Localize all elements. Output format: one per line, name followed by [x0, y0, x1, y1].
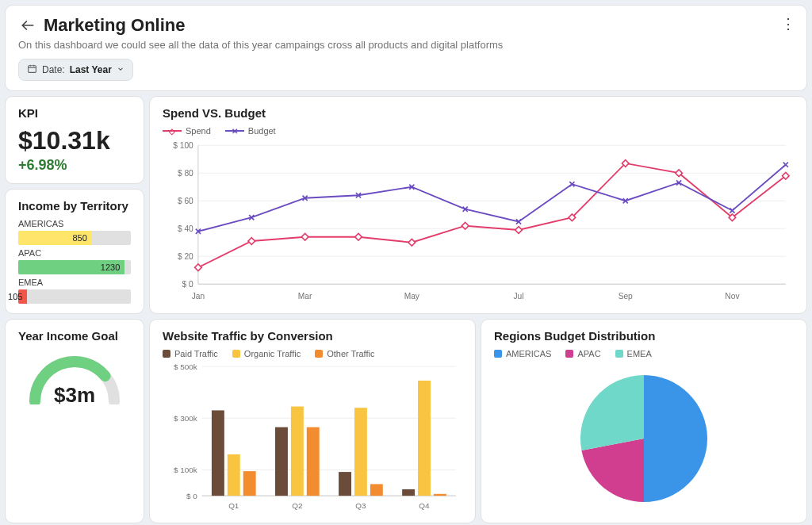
- svg-text:$ 20: $ 20: [178, 252, 193, 261]
- legend-label: Other Traffic: [327, 349, 374, 358]
- svg-rect-76: [291, 407, 304, 496]
- territory-row: APAC1230: [18, 248, 131, 274]
- pie-title: Regions Budget Distribution: [494, 329, 794, 343]
- date-filter-label: Date:: [42, 64, 65, 75]
- territory-value: 850: [72, 233, 86, 243]
- traffic-title: Website Traffic by Conversion: [163, 329, 462, 343]
- territory-bar: 1230: [18, 260, 131, 274]
- traffic-card: Website Traffic by Conversion Paid Traff…: [149, 319, 476, 523]
- svg-text:$ 80: $ 80: [178, 169, 193, 178]
- territory-value: 105: [8, 292, 22, 301]
- legend-label: Paid Traffic: [174, 349, 218, 358]
- svg-text:Jan: Jan: [192, 292, 205, 301]
- legend-label: Spend: [186, 126, 211, 136]
- svg-text:$ 40: $ 40: [178, 224, 193, 233]
- svg-rect-85: [434, 494, 446, 496]
- legend-item: Paid Traffic: [163, 349, 218, 358]
- svg-text:May: May: [404, 292, 420, 301]
- svg-text:Sep: Sep: [619, 292, 633, 301]
- svg-rect-25: [195, 264, 202, 271]
- svg-text:$ 100k: $ 100k: [174, 466, 197, 474]
- legend-item: Organic Traffic: [232, 349, 301, 358]
- territory-row: AMERICAS850: [18, 219, 131, 245]
- kpi-card: KPI $10.31k +6.98%: [5, 96, 144, 184]
- territory-bar: 105: [18, 289, 131, 304]
- pie-legend: AMERICASAPACEMEA: [494, 349, 794, 358]
- spend-chart: $ 0$ 20$ 40$ 60$ 80$ 100JanMarMayJulSepN…: [163, 140, 794, 304]
- pie-chart: [573, 367, 715, 510]
- spend-title: Spend VS. Budget: [163, 106, 794, 120]
- legend-marker: ✕: [225, 130, 244, 132]
- legend-item: EMEA: [615, 349, 652, 358]
- territory-label: EMEA: [18, 278, 131, 287]
- legend-label: EMEA: [627, 349, 652, 358]
- date-filter-chip[interactable]: Date: Last Year: [18, 59, 133, 81]
- goal-value: $3m: [23, 383, 126, 408]
- territory-title: Income by Territory: [18, 199, 131, 213]
- legend-item: AMERICAS: [494, 349, 551, 358]
- kpi-title: KPI: [18, 106, 131, 120]
- svg-text:Q1: Q1: [228, 501, 239, 510]
- goal-title: Year Income Goal: [18, 329, 131, 343]
- svg-rect-77: [307, 427, 320, 496]
- svg-rect-27: [301, 233, 308, 240]
- territory-label: APAC: [18, 248, 131, 258]
- legend-label: Budget: [248, 126, 276, 136]
- svg-rect-72: [228, 454, 240, 496]
- svg-rect-80: [354, 408, 367, 496]
- page-header: Marketing Online On this dashboard we co…: [5, 5, 807, 91]
- spend-legend: ◇Spend✕Budget: [163, 126, 794, 136]
- territory-row: EMEA105: [18, 278, 131, 304]
- svg-rect-73: [243, 471, 256, 496]
- svg-rect-29: [408, 239, 416, 246]
- svg-rect-81: [370, 484, 383, 496]
- svg-text:Q2: Q2: [292, 501, 303, 510]
- svg-rect-26: [248, 238, 255, 245]
- back-icon[interactable]: [18, 16, 37, 35]
- svg-text:Nov: Nov: [725, 292, 740, 301]
- svg-rect-83: [402, 489, 415, 496]
- svg-rect-31: [515, 227, 523, 234]
- svg-rect-71: [212, 410, 224, 496]
- svg-text:Q4: Q4: [419, 501, 430, 510]
- legend-marker: ◇: [163, 130, 182, 132]
- svg-text:Q3: Q3: [355, 501, 366, 510]
- svg-text:$ 100: $ 100: [173, 141, 193, 150]
- legend-item: Other Traffic: [315, 349, 374, 358]
- svg-text:Jul: Jul: [514, 292, 524, 301]
- svg-text:$ 0: $ 0: [182, 280, 193, 289]
- svg-text:$ 300k: $ 300k: [174, 414, 197, 423]
- traffic-legend: Paid TrafficOrganic TrafficOther Traffic: [163, 349, 462, 358]
- traffic-chart: $ 0$ 100k$ 300k$ 500kQ1Q2Q3Q4: [163, 363, 462, 513]
- legend-item: APAC: [565, 349, 600, 358]
- territory-bar: 850: [18, 231, 131, 245]
- legend-label: APAC: [577, 349, 600, 358]
- pie-card: Regions Budget Distribution AMERICASAPAC…: [481, 319, 807, 523]
- svg-rect-28: [355, 233, 362, 240]
- territory-label: AMERICAS: [18, 219, 131, 228]
- territory-card: Income by Territory AMERICAS850APAC1230E…: [5, 189, 144, 314]
- calendar-icon: [27, 63, 37, 76]
- svg-text:Mar: Mar: [298, 292, 312, 301]
- svg-text:$ 500k: $ 500k: [174, 363, 197, 371]
- svg-text:$ 60: $ 60: [178, 197, 193, 205]
- svg-rect-79: [339, 472, 351, 496]
- goal-card: Year Income Goal $3m: [5, 319, 144, 523]
- legend-label: AMERICAS: [506, 349, 551, 358]
- spend-card: Spend VS. Budget ◇Spend✕Budget $ 0$ 20$ …: [149, 96, 807, 314]
- svg-rect-1: [29, 66, 36, 73]
- svg-rect-75: [275, 427, 288, 496]
- date-filter-value: Last Year: [70, 64, 112, 75]
- legend-item: ✕Budget: [225, 126, 276, 136]
- page-title: Marketing Online: [44, 15, 185, 36]
- page-subtitle: On this dashboard we could see all the d…: [18, 39, 794, 51]
- goal-gauge: $3m: [23, 349, 126, 404]
- kpi-value: $10.31k: [18, 126, 131, 155]
- legend-item: ◇Spend: [163, 126, 211, 136]
- svg-rect-84: [418, 381, 431, 496]
- territory-value: 1230: [101, 262, 120, 272]
- legend-label: Organic Traffic: [244, 349, 301, 358]
- kpi-delta: +6.98%: [18, 157, 131, 174]
- svg-text:$ 0: $ 0: [186, 492, 197, 500]
- more-icon[interactable]: ⋮: [781, 17, 795, 31]
